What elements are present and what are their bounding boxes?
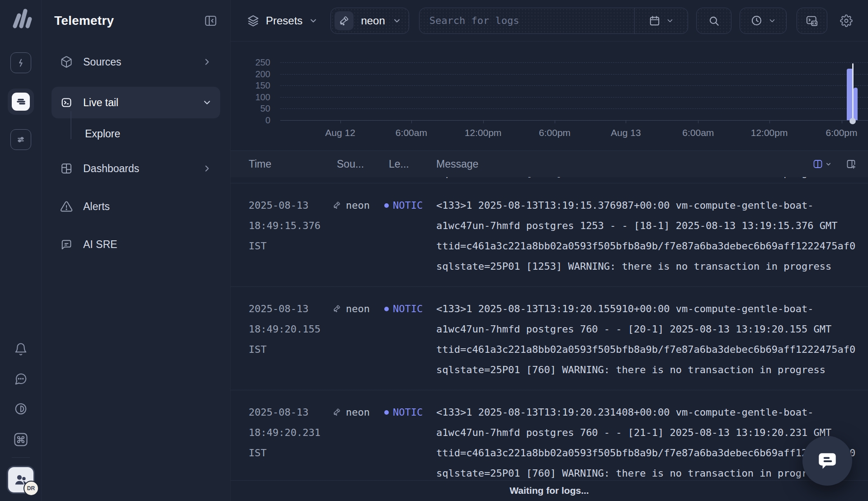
sidebar-nav: Sources Live tail Explore <box>52 49 220 258</box>
x-axis-tick <box>769 120 770 123</box>
logs-rail-button[interactable] <box>8 89 34 115</box>
gear-icon <box>840 14 853 27</box>
scope-value: neon <box>361 14 385 27</box>
chevron-right-icon <box>202 57 212 67</box>
waiting-status: Waiting for logs... <box>509 485 589 496</box>
query-console-button[interactable] <box>797 8 827 34</box>
level-dot-icon <box>384 307 389 311</box>
x-axis-tick <box>340 120 341 123</box>
gridline <box>280 120 868 121</box>
gridline <box>280 85 868 86</box>
chart-cursor-handle[interactable] <box>849 118 856 124</box>
log-row[interactable]: 2025-08-13 18:49:20.155 IST neon NOTIC <… <box>231 286 868 390</box>
sidebar-item-live-tail[interactable]: Live tail <box>52 87 220 118</box>
sidebar-item-sources[interactable]: Sources <box>52 49 220 75</box>
log-time: 2025-08-13 18:49:15.376 IST <box>249 195 332 276</box>
contrast-theme-icon[interactable] <box>14 402 28 416</box>
clock-icon <box>750 14 763 27</box>
brand-logo-icon[interactable] <box>8 6 33 32</box>
log-volume-chart[interactable]: 050100150200250Aug 126:00am12:00pm6:00pm… <box>231 42 868 150</box>
sidebar-item-alerts[interactable]: Alerts <box>52 193 220 220</box>
bell-icon[interactable] <box>14 342 28 356</box>
log-row[interactable]: 2025-08-13 18:49:15.376 IST neon NOTIC <… <box>231 183 868 286</box>
telescope-icon <box>335 11 354 30</box>
column-layout-button[interactable] <box>812 159 832 169</box>
x-axis-label: 6:00am <box>396 127 427 138</box>
chat-fab-button[interactable] <box>802 436 852 486</box>
log-row-partial[interactable]: sqlstate=25P01 [1253] WARNING: there is … <box>231 177 868 183</box>
avatar-initials-badge[interactable]: DR <box>24 481 39 496</box>
column-header-level[interactable]: Le... <box>389 158 409 170</box>
add-column-button[interactable] <box>845 159 856 169</box>
chevron-down-icon <box>392 16 401 25</box>
settings-button[interactable] <box>836 8 856 34</box>
search-icon <box>708 15 720 27</box>
date-range-picker[interactable] <box>634 8 688 33</box>
level-dot-icon <box>384 203 389 208</box>
gridline <box>280 97 868 98</box>
log-time: 2025-08-13 18:49:20.155 IST <box>249 299 332 380</box>
chevron-down-icon <box>768 17 776 25</box>
log-level: NOTIC <box>384 299 436 380</box>
rail-divider <box>12 457 30 458</box>
x-axis-tick <box>555 120 555 123</box>
log-table-header: Time Sou... Le... Message <box>231 150 868 177</box>
logs-icon <box>12 93 30 111</box>
x-axis-tick <box>626 120 626 123</box>
search-input[interactable] <box>420 8 634 33</box>
log-row[interactable]: 2025-08-13 18:49:20.231 IST neon NOTIC <… <box>231 390 868 480</box>
y-axis-label: 50 <box>231 104 270 113</box>
icon-rail: DR <box>0 0 42 501</box>
x-axis-label: 6:00am <box>682 127 714 138</box>
x-axis-tick <box>698 120 698 123</box>
x-axis-label: 12:00pm <box>465 127 502 138</box>
source-scope-selector[interactable]: neon <box>330 8 409 34</box>
command-shortcuts-icon[interactable] <box>13 432 28 447</box>
presets-button[interactable]: Presets <box>242 14 322 27</box>
log-list[interactable]: sqlstate=25P01 [1253] WARNING: there is … <box>231 177 868 480</box>
y-axis-label: 250 <box>231 58 270 67</box>
level-dot-icon <box>384 410 389 415</box>
time-range-button[interactable] <box>740 8 787 34</box>
quickstart-rail-button[interactable] <box>10 52 31 73</box>
controls-rail-button[interactable] <box>10 129 31 150</box>
column-header-message[interactable]: Message <box>436 158 478 170</box>
log-level: NOTIC <box>384 195 436 276</box>
message-square-icon <box>60 238 73 251</box>
x-axis-label: 6:00pm <box>826 127 857 138</box>
log-source: neon <box>332 195 384 276</box>
log-source: neon <box>332 299 384 380</box>
column-header-source[interactable]: Sou... <box>337 158 364 170</box>
x-axis-label: Aug 13 <box>611 127 641 138</box>
dashboard-grid-icon <box>60 162 73 175</box>
cube-icon <box>60 55 73 69</box>
x-axis-tick <box>842 120 842 123</box>
user-avatar[interactable]: DR <box>7 466 35 494</box>
x-axis-label: 12:00pm <box>751 127 788 138</box>
sidebar-item-explore[interactable]: Explore <box>52 122 220 145</box>
collapse-sidebar-icon[interactable] <box>204 14 217 28</box>
x-axis-tick <box>411 120 412 123</box>
bolt-icon <box>15 57 27 69</box>
sidebar-item-dashboards[interactable]: Dashboards <box>52 155 220 182</box>
telescope-icon <box>332 201 341 210</box>
gridline <box>280 108 868 109</box>
x-axis-label: Aug 12 <box>325 127 355 138</box>
feedback-chat-icon[interactable] <box>14 372 28 386</box>
column-header-time[interactable]: Time <box>249 158 271 170</box>
chart-cursor[interactable] <box>852 63 854 122</box>
gridline <box>280 62 868 63</box>
log-message: <133>1 2025-08-13T13:19:20.155910+00:00 … <box>436 299 868 380</box>
chevron-down-icon <box>309 16 318 25</box>
main-panel: Presets neon <box>231 0 868 501</box>
log-level: NOTIC <box>384 402 436 480</box>
y-axis-label: 100 <box>231 93 270 102</box>
telescope-icon <box>332 407 341 417</box>
y-axis-label: 150 <box>231 81 270 90</box>
x-axis-tick <box>483 120 484 123</box>
sidebar-item-ai-sre[interactable]: AI SRE <box>52 231 220 258</box>
alert-triangle-icon <box>60 200 73 213</box>
log-stream-footer: Waiting for logs... <box>231 480 868 501</box>
log-search-bar <box>419 8 688 34</box>
search-submit-button[interactable] <box>696 8 731 34</box>
